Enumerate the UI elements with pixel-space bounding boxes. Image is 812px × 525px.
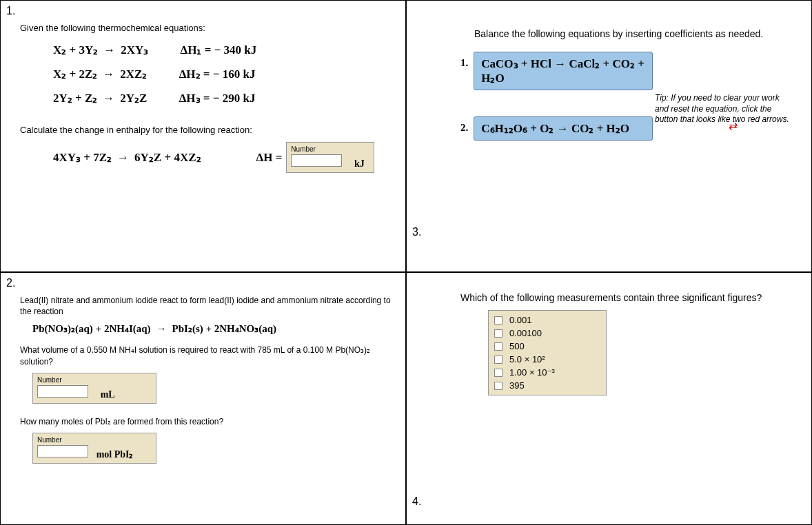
number-label: Number (291, 145, 369, 153)
sigfig-and-q4: Which of the following measurements cont… (406, 272, 812, 525)
q2-unit1: mL (101, 389, 115, 400)
checkbox[interactable] (494, 356, 503, 364)
q2-answer1-input[interactable] (37, 385, 88, 398)
balance-tip: Tip: If you need to clear your work and … (655, 93, 793, 125)
balance-row-1: 1. CaCO₃ + HCl → CaCl₂ + CO₂ + H₂O (460, 52, 799, 90)
q1-final-eq: 4XY₃ + 7Z₂→6Y₂Z + 4XZ₂ (53, 150, 201, 165)
list-item: 500 (489, 340, 606, 353)
list-item: 0.00100 (489, 327, 606, 340)
balance-box-1[interactable]: CaCO₃ + HCl → CaCl₂ + CO₂ + H₂O (474, 52, 653, 90)
list-item: 5.0 × 10² (489, 353, 606, 366)
q2-equation: Pb(NO₃)₂(aq) + 2NH₄I(aq)→PbI₂(s) + 2NH₄N… (32, 322, 393, 335)
list-item: 0.001 (489, 313, 606, 327)
question-2: 2. Lead(II) nitrate and ammonium iodide … (0, 272, 406, 525)
question-1: 1. Given the following thermochemical eq… (0, 0, 406, 272)
q3-number: 3. (412, 226, 421, 238)
checkbox[interactable] (494, 329, 503, 338)
q1-calc-text: Calculate the change in enthalpy for the… (20, 125, 393, 135)
q1-eq1: X₂ + 3Y₂→2XY₃ ΔH₁ = − 340 kJ (53, 43, 393, 57)
q1-unit: kJ (354, 158, 365, 169)
balance-and-q3-top: Balance the following equations by inser… (406, 0, 812, 272)
balance-intro: Balance the following equations by inser… (474, 28, 799, 39)
q2-number: 2. (6, 277, 15, 289)
checkbox[interactable] (494, 382, 503, 390)
q2-ask2: How many moles of PbI₂ are formed from t… (20, 416, 393, 427)
q2-answer1-box: Number mL (32, 373, 156, 404)
q1-intro: Given the following thermochemical equat… (20, 23, 393, 33)
q1-number: 1. (6, 5, 15, 17)
q1-answer-input[interactable] (291, 154, 342, 167)
q2-ask1: What volume of a 0.550 M NH₄I solution i… (20, 344, 393, 367)
checkbox[interactable] (494, 316, 503, 325)
q2-answer2-box: Number mol PbI₂ (32, 433, 156, 464)
q1-eq2: X₂ + 2Z₂→2XZ₂ ΔH₂ = − 160 kJ (53, 67, 393, 81)
q1-dh-label: ΔH = (256, 151, 283, 165)
sigfig-question: Which of the following measurements cont… (460, 292, 799, 303)
q4-number: 4. (412, 495, 421, 508)
number-label: Number (37, 436, 152, 444)
checkbox[interactable] (494, 369, 503, 377)
sigfig-options: 0.001 0.00100 500 5.0 × 10² 1.00 × 10⁻³ … (488, 310, 607, 395)
q2-intro: Lead(II) nitrate and ammonium iodide rea… (20, 295, 393, 317)
q2-unit2: mol PbI₂ (97, 449, 134, 460)
balance-box-2[interactable]: C₆H₁₂O₆ + O₂ → CO₂ + H₂O (474, 116, 653, 141)
number-label: Number (37, 376, 152, 384)
list-item: 1.00 × 10⁻³ (489, 366, 606, 379)
q2-answer2-input[interactable] (37, 445, 88, 457)
list-item: 395 (489, 379, 606, 392)
q1-eq3: 2Y₂ + Z₂→2Y₂Z ΔH₃ = − 290 kJ (53, 91, 393, 105)
q1-answer-box: Number kJ (286, 142, 374, 173)
checkbox[interactable] (494, 342, 503, 351)
